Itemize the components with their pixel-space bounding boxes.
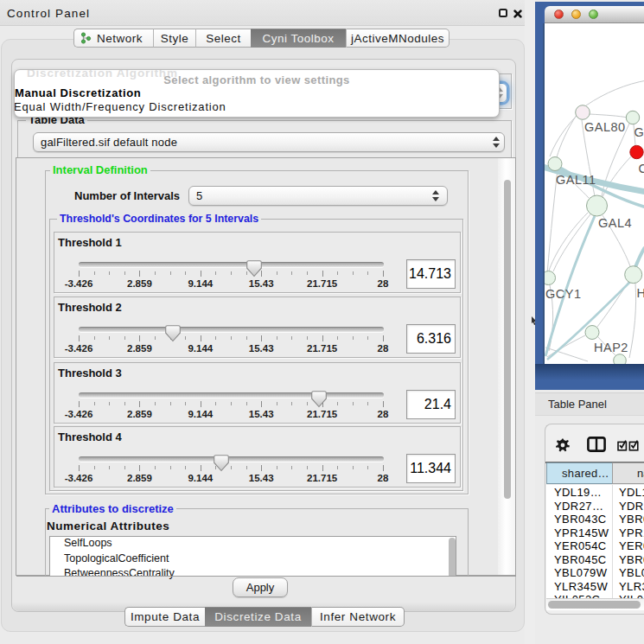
svg-text:GAL2: GAL2	[634, 125, 644, 139]
svg-text:HAP4: HAP4	[637, 286, 644, 300]
svg-text:GAL4: GAL4	[598, 216, 632, 230]
svg-text:HAP2: HAP2	[594, 341, 628, 354]
svg-text:GAL80: GAL80	[584, 120, 626, 134]
svg-text:GCY1: GCY1	[545, 287, 582, 301]
svg-text:CYC1: CYC1	[639, 162, 644, 175]
svg-text:GAL11: GAL11	[556, 173, 596, 187]
